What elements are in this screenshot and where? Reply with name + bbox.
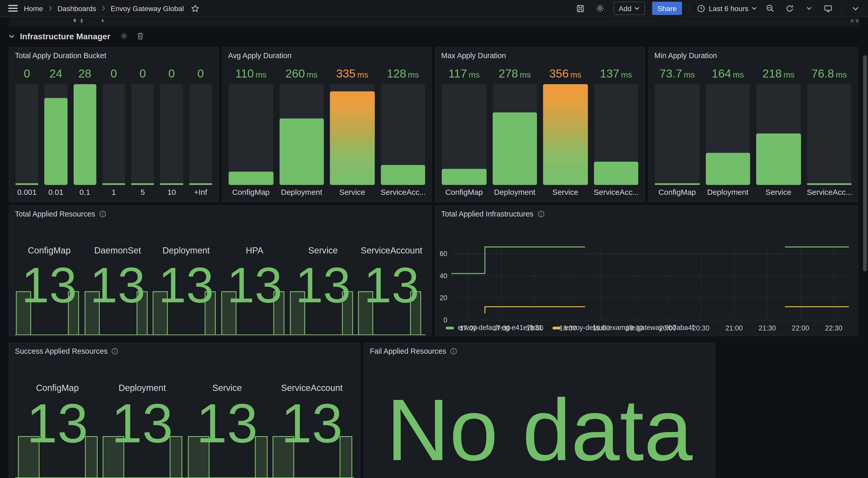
refresh-icon[interactable]	[783, 2, 796, 14]
nodata-body: No data	[364, 359, 715, 478]
bar-fill	[655, 183, 700, 185]
panel-header[interactable]: Total Applied Resources	[9, 206, 431, 221]
refresh-interval-chevron-icon[interactable]	[803, 2, 815, 14]
bar-category-label: 0.1	[73, 185, 96, 198]
breadcrumb-current-dashboard[interactable]: Envoy Gateway Global	[111, 4, 184, 12]
row-title[interactable]: Infrastructure Manager	[20, 31, 110, 40]
stat-body: ConfigMap13DaemonSet13Deployment13HPA13S…	[9, 221, 431, 335]
bar-column: 137msServiceAcc...	[594, 65, 638, 198]
stat-value: 13	[15, 267, 84, 303]
legend-series-chip	[552, 326, 561, 329]
save-dashboard-icon[interactable]	[574, 2, 586, 14]
bar-track	[442, 84, 487, 185]
bar-gauge-body: 110msConfigMap260msDeployment335msServic…	[222, 63, 431, 202]
panel-header[interactable]: Total Applied Infrastructures	[436, 206, 858, 221]
page-scrollbar-thumb[interactable]	[863, 55, 867, 271]
panel-header[interactable]: Total Apply Duration Bucket	[9, 48, 218, 63]
row-settings-gear-icon[interactable]	[120, 32, 128, 40]
bar-value-label: 0	[16, 65, 38, 83]
stat-label: DaemonSet	[84, 246, 152, 256]
panel-title: Total Applied Infrastructures	[441, 210, 533, 218]
bar-fill	[807, 183, 851, 185]
bar-category-label: ServiceAcc...	[594, 185, 638, 198]
stat-cell: Deployment13	[152, 221, 220, 335]
row-delete-trash-icon[interactable]	[137, 32, 144, 40]
chevron-right-icon	[101, 5, 106, 11]
stat-cell: Service13	[185, 359, 270, 478]
breadcrumb-home[interactable]: Home	[24, 4, 43, 12]
grafana-dashboard: Home Dashboards Envoy Gateway Global Add	[0, 0, 868, 478]
legend-item[interactable]: envoy-default-eg-e41e7b31	[445, 324, 542, 332]
bar-category-label: Service	[330, 185, 375, 198]
bar-fill	[131, 183, 154, 185]
info-icon	[450, 348, 457, 355]
bar-track	[330, 84, 375, 185]
stat-label: Deployment	[100, 383, 184, 393]
panel-header[interactable]: Success Applied Resources	[9, 343, 360, 359]
time-range-picker[interactable]: Last 6 hours	[697, 4, 757, 12]
share-button[interactable]: Share	[652, 2, 682, 15]
info-icon	[537, 210, 545, 217]
bar-column: 110msConfigMap	[228, 65, 273, 198]
stat-value: 13	[185, 403, 270, 443]
bar-track	[44, 84, 67, 185]
bar-column: 240.01	[44, 65, 67, 198]
stat-cell: Service13	[289, 221, 357, 335]
stat-cell: Deployment13	[100, 359, 184, 478]
bar-column: 00.001	[16, 65, 38, 198]
legend-item[interactable]: envoy-default-example-gateway-9b7aba4f	[552, 324, 693, 332]
bar-track	[706, 84, 750, 185]
bar-value-label: 164ms	[706, 65, 750, 83]
timeseries-legend: envoy-default-eg-e41e7b31envoy-default-e…	[445, 324, 694, 332]
stat-label: ConfigMap	[15, 246, 84, 256]
svg-text:0: 0	[443, 316, 447, 324]
bar-fill	[756, 133, 801, 185]
panel-header[interactable]: Fail Applied Resources	[364, 343, 715, 359]
bar-value-label: 137ms	[594, 65, 638, 83]
toolbar-collapse-chevron-icon[interactable]	[849, 2, 861, 14]
bar-value-label: 0	[131, 65, 154, 83]
bar-fill	[380, 165, 425, 185]
bar-gauge-body: 73.7msConfigMap164msDeployment218msServi…	[649, 63, 858, 202]
favorite-star-icon[interactable]	[189, 2, 201, 14]
bar-gauge-body: 117msConfigMap278msDeployment356msServic…	[436, 63, 644, 202]
bar-fill	[73, 84, 96, 185]
add-button[interactable]: Add	[613, 2, 645, 15]
bar-fill	[706, 153, 750, 185]
timeseries-plot: 020406017:0017:3018:0018:3019:0019:3020:…	[439, 243, 855, 336]
row-collapse-chevron-icon[interactable]	[9, 34, 14, 38]
bar-fill	[228, 172, 273, 185]
bar-category-label: 1	[102, 185, 125, 198]
info-icon	[111, 348, 119, 355]
series-line	[451, 247, 585, 274]
bar-value-label: 117ms	[442, 65, 487, 83]
bar-column: 335msService	[330, 65, 375, 198]
stat-value: 13	[220, 267, 289, 303]
dashboard-settings-gear-icon[interactable]	[594, 2, 606, 14]
bar-track	[73, 84, 96, 185]
stat-value: 13	[357, 267, 426, 303]
bar-value-label: 0	[102, 65, 125, 83]
bar-column: 117msConfigMap	[442, 65, 487, 198]
stat-cell: ConfigMap13	[15, 359, 100, 478]
bar-category-label: Deployment	[706, 185, 750, 198]
bar-value-label: 0	[189, 65, 212, 83]
menu-hamburger-icon[interactable]	[7, 2, 19, 14]
bar-category-label: Deployment	[279, 185, 324, 198]
bar-column: 278msDeployment	[492, 65, 537, 198]
bar-track	[492, 84, 537, 185]
bar-category-label: Deployment	[492, 185, 537, 198]
zoom-out-icon[interactable]	[764, 2, 776, 14]
breadcrumb-dashboards[interactable]: Dashboards	[57, 4, 96, 12]
bar-category-label: ServiceAcc...	[807, 185, 851, 198]
stat-value: 13	[84, 267, 152, 303]
tv-kiosk-mode-icon[interactable]	[822, 2, 834, 14]
panel-header[interactable]: Min Apply Duration	[649, 48, 858, 63]
stat-label: ServiceAccount	[357, 246, 426, 256]
bar-value-label: 28	[73, 65, 96, 83]
bar-track	[102, 84, 125, 185]
bar-category-label: ConfigMap	[228, 185, 273, 198]
panel-header[interactable]: Max Apply Duration	[436, 48, 644, 63]
bar-track	[228, 84, 273, 185]
panel-header[interactable]: Avg Apply Duration	[222, 48, 431, 63]
